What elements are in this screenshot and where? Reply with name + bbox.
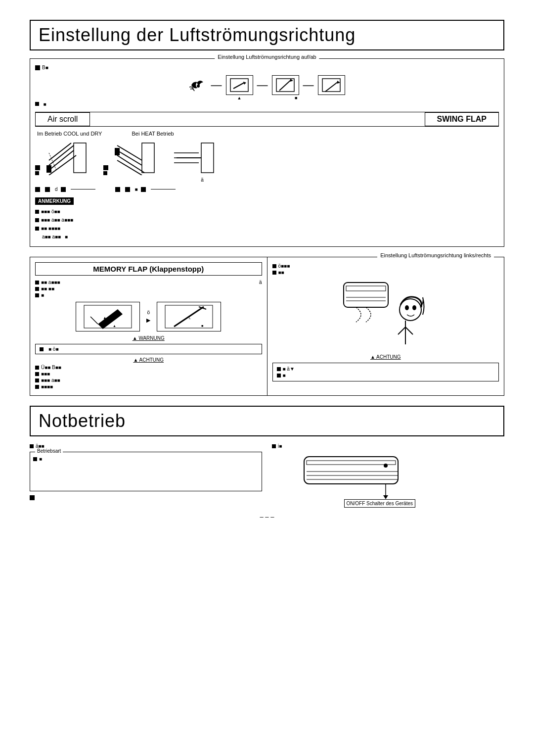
bottom-indicator: ■ [35, 99, 499, 108]
flap-sequence-row: — ▲ — ■ — [35, 75, 499, 95]
person-svg [341, 280, 430, 349]
memory-text-block: ■■ a■■■ ä ■■ ■■ ■ [35, 280, 262, 298]
betrieb-content: ■ [33, 456, 259, 462]
svg-point-26 [412, 305, 416, 310]
betrieb-box: Betriebsart ■ [30, 452, 262, 491]
bullet [30, 444, 34, 448]
cool-dry-illus [35, 141, 89, 175]
bullet [125, 187, 130, 192]
notbetrieb-left: ä■■ Betriebsart ■ [30, 442, 262, 503]
angle-row: d ■ [35, 187, 499, 192]
vanes-col-1 [35, 165, 42, 175]
mem-line-3: ■ [35, 292, 262, 298]
arrow-2: — [257, 79, 268, 92]
bullet [35, 218, 39, 222]
rp-line-2: ■■ [272, 270, 499, 275]
fan-icon-group [189, 78, 207, 92]
rp-ach-2: ■ [277, 373, 495, 378]
bullet [35, 293, 39, 297]
ac-unit-wrap: ON/OFF Schalter des Gerätes [302, 452, 410, 503]
note-line-4: a■■ a■■ ■ [35, 233, 499, 240]
mem-line-1: ■■ a■■■ ä [35, 280, 262, 285]
bullet-sm [35, 102, 39, 106]
memory-diag-row: ▲ B▲ ▲ ö ► L ■ [35, 302, 262, 331]
bullet [272, 444, 276, 448]
arrow-3: — [303, 79, 314, 92]
step-divider: ö ► [145, 310, 152, 324]
flap-box-2: ■ [272, 75, 299, 95]
bullet [35, 165, 40, 170]
right-box-label: Einstellung Luftströmungsrichtung links/… [377, 252, 494, 258]
air-scroll-label: Air scroll [35, 112, 90, 126]
achtung-heading: ▲ ACHTUNG [35, 357, 262, 363]
bullet-sm [103, 171, 107, 175]
bottom-row: MEMORY FLAP (Klappenstopp) ■■ a■■■ ä ■■ … [30, 257, 504, 396]
bullet [35, 372, 39, 376]
bullet [35, 210, 39, 214]
right-text-block: ö■■■ ■■ [272, 263, 499, 275]
nb-intro-right: i■ [272, 443, 504, 449]
section1-header: Einstellung der Luftströmungsrichtung [30, 20, 504, 50]
bullet-sq [35, 65, 40, 70]
mem-step-2: L ■ [157, 302, 221, 331]
flap-box-1: ▲ [226, 75, 253, 95]
sub-label-heat: Bei HEAT Betrieb [132, 131, 174, 137]
bullet [30, 495, 35, 500]
achtung-content: Ü■■ B■■ ■■■ ■■■ a■■ ■■■■ [35, 365, 262, 389]
note-line-3: ■■ ■■■■ [35, 225, 499, 232]
bullet [61, 187, 66, 192]
mem-step-1: ▲ B▲ ▲ [76, 302, 140, 331]
ach-line-2: ■■■ [35, 371, 262, 377]
flap-2-svg [275, 78, 295, 93]
svg-rect-9 [201, 143, 214, 173]
svg-text:L: L [189, 316, 191, 320]
top-box-label: Einstellung Luftströmungsrichtung auf/ab [215, 54, 319, 60]
section1-title: Einstellung der Luftströmungsrichtung [39, 25, 495, 46]
bullet [35, 366, 39, 370]
top-indicator-1: B■ [35, 65, 499, 70]
cool-angle-2: ■ [115, 187, 176, 192]
bullet [33, 457, 37, 461]
swing-label-a: ä [201, 177, 204, 183]
note-label: ANMERKUNG [35, 197, 74, 205]
rp-ach-1: ■ ä▼ [277, 366, 495, 372]
note-line-2: ■■■ a■■ a■■■ [35, 216, 499, 224]
ach-line-1: Ü■■ B■■ [35, 365, 262, 370]
swing-flap-label: SWING FLAP [425, 112, 499, 126]
bullet [272, 264, 276, 268]
flap-1-label: ▲ [237, 95, 242, 100]
nb-right-text: i■ [278, 443, 282, 449]
heat-vanes-svg [112, 141, 157, 175]
rp-achtung-heading: ▲ ACHTUNG [272, 354, 499, 360]
illustration-row: ä [35, 141, 499, 183]
heat-bullets [103, 165, 110, 175]
sub-label-row: Im Betrieb COOL und DRY Bei HEAT Betrieb [35, 131, 499, 137]
notbetrieb-right: i■ ON/OFF Schalter des Gerätes [272, 442, 504, 503]
svg-rect-28 [307, 461, 396, 465]
betrieb-text: ■ [39, 456, 42, 462]
note-line-1: ■■■ ö■■ [35, 208, 499, 215]
bullet [103, 165, 108, 170]
svg-rect-8 [142, 143, 154, 173]
ach-line-3: ■■■ a■■ [35, 378, 262, 383]
fan-icon [189, 78, 207, 92]
swing-svg [172, 141, 231, 175]
betrieb-label: Betriebsart [35, 448, 63, 454]
flap-box-3 [318, 75, 345, 95]
svg-rect-7 [74, 143, 86, 173]
bullet [35, 281, 39, 284]
svg-point-32 [384, 464, 388, 468]
svg-text:▲ B▲: ▲ B▲ [103, 316, 114, 320]
svg-point-25 [405, 305, 409, 310]
page-num-text: – – – [260, 513, 274, 520]
notbetrieb-content: ä■■ Betriebsart ■ i■ [30, 442, 504, 503]
bullet [115, 187, 120, 192]
flap-2-label: ■ [295, 95, 297, 100]
dash [71, 189, 95, 189]
ac-unit-svg [302, 452, 410, 501]
bullet [277, 374, 281, 378]
bullet-sm [35, 171, 39, 175]
swing-illus: ä [172, 141, 231, 183]
arrow-1: — [211, 79, 222, 92]
sub-label-cool: Im Betrieb COOL und DRY [37, 131, 102, 137]
